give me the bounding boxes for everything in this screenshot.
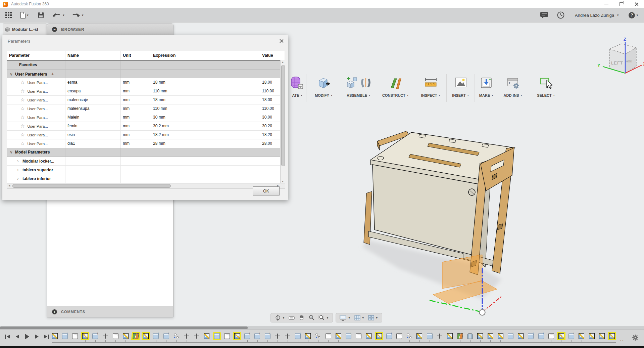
parameter-row[interactable]: ☆User Para...Maleinmm30 mm30.00 — [7, 113, 285, 122]
timeline-scrollbar-track[interactable] — [0, 326, 644, 330]
parameter-row[interactable]: ›Modular locker... — [7, 157, 285, 166]
parameter-row[interactable]: ☆User Para...maleencajemm18 mm18.00 — [7, 96, 285, 104]
timeline-sketch-feature-icon[interactable] — [82, 333, 88, 339]
timeline-sketch-feature-icon[interactable] — [477, 333, 483, 339]
timeline-sketch-feature-icon[interactable] — [579, 333, 584, 339]
timeline-sketch-feature-icon[interactable] — [488, 333, 493, 339]
pan-button[interactable] — [297, 314, 307, 321]
comments-button[interactable] — [538, 10, 551, 20]
document-tab[interactable]: Modular l...-st — [3, 24, 47, 35]
favorite-star-icon[interactable]: ☆ — [20, 115, 25, 120]
timeline-settings-button[interactable] — [632, 334, 639, 342]
parameter-expression-cell[interactable]: 110 mm — [151, 104, 260, 113]
collapse-icon[interactable] — [52, 27, 57, 32]
timeline-mirror-feature-icon[interactable] — [467, 333, 473, 339]
step-back-button[interactable] — [13, 333, 21, 341]
table-horizontal-scrollbar[interactable]: ◀ ▶ — [7, 183, 285, 188]
parameter-name-cell[interactable] — [65, 70, 121, 78]
parameter-expression-cell[interactable] — [151, 174, 260, 183]
close-button[interactable] — [629, 0, 644, 8]
display-settings-button[interactable]: ▼ — [338, 314, 352, 321]
parameter-expression-cell[interactable]: 110 mm — [151, 87, 260, 95]
dialog-close-icon[interactable] — [279, 39, 284, 43]
parameter-unit-cell[interactable]: mm — [121, 96, 151, 104]
redo-button[interactable]: ▼ — [69, 10, 86, 20]
parameter-expression-cell[interactable] — [151, 157, 260, 165]
timeline-box-feature-icon[interactable] — [72, 333, 78, 339]
parameter-row[interactable]: ☆User Para...dia1mm28 mm28.00 — [7, 139, 285, 148]
scroll-down-icon[interactable]: ▼ — [281, 180, 285, 183]
parameter-expression-cell[interactable]: 18 mm — [151, 78, 260, 87]
parameter-unit-cell[interactable]: mm — [121, 113, 151, 122]
timeline-move-feature-icon[interactable] — [275, 333, 281, 339]
timeline-component-feature-icon[interactable] — [406, 333, 412, 339]
parameter-row[interactable]: ☆User Para...esmamm18 mm18.00 — [7, 78, 285, 87]
chevron-right-icon[interactable]: › — [17, 166, 22, 174]
timeline-extrude-feature-icon[interactable] — [163, 333, 169, 339]
save-button[interactable] — [36, 10, 46, 20]
comments-bar[interactable]: COMMENTS — [47, 306, 173, 317]
timeline-component-feature-icon[interactable] — [315, 333, 321, 339]
parameter-unit-cell[interactable] — [121, 70, 151, 78]
timeline-scrollbar-thumb[interactable] — [0, 327, 248, 329]
timeline-extrude-feature-icon[interactable] — [254, 333, 260, 339]
parameter-row[interactable]: ☆User Para...esinmm18.2 mm18.20 — [7, 131, 285, 139]
orbit-button[interactable]: ▼ — [273, 314, 287, 321]
step-forward-button[interactable] — [33, 333, 41, 341]
chevron-down-icon[interactable]: ∨ — [10, 70, 15, 78]
timeline-sketch-feature-icon[interactable] — [305, 333, 311, 339]
parameter-unit-cell[interactable]: mm — [121, 78, 151, 87]
timeline-sketch-feature-icon[interactable] — [143, 333, 149, 339]
timeline-box-feature-icon[interactable] — [356, 333, 361, 339]
timeline-extrude-feature-icon[interactable] — [386, 333, 392, 339]
favorite-star-icon[interactable]: ☆ — [20, 97, 25, 102]
timeline-sketch-feature-icon[interactable] — [589, 333, 595, 339]
parameter-name-cell[interactable]: ensupa — [65, 87, 121, 95]
timeline-box-feature-icon[interactable] — [326, 333, 331, 339]
parameter-row[interactable]: ›tablero superior — [7, 166, 285, 174]
parameter-row[interactable]: ∨User Parameters+ — [7, 70, 285, 78]
parameter-unit-cell[interactable]: mm — [121, 104, 151, 113]
timeline-plane-feature-icon[interactable] — [133, 333, 139, 339]
parameter-row[interactable]: ☆User Para...ensupamm110 mm110.00 — [7, 87, 285, 96]
browser-panel-header[interactable]: BROWSER — [47, 24, 173, 35]
timeline-sketch-feature-icon[interactable] — [416, 333, 422, 339]
favorite-star-icon[interactable]: ☆ — [20, 88, 25, 94]
parameter-row[interactable]: Favorites — [7, 61, 285, 70]
zoom-button[interactable]: ± — [307, 314, 317, 321]
minimize-button[interactable] — [599, 0, 614, 8]
job-status-button[interactable] — [555, 10, 567, 20]
favorite-star-icon[interactable]: ☆ — [20, 141, 25, 146]
parameter-unit-cell[interactable] — [121, 61, 151, 69]
parameter-row[interactable]: ☆User Para...maleensupamm110 mm110.00 — [7, 104, 285, 113]
timeline-extrude-feature-icon[interactable] — [538, 333, 544, 339]
scroll-left-icon[interactable]: ◀ — [8, 183, 10, 188]
timeline-box-feature-icon[interactable] — [396, 333, 402, 339]
parameter-row[interactable]: ∨Model Parameters — [7, 148, 285, 157]
parameter-unit-cell[interactable]: mm — [121, 131, 151, 139]
parameter-expression-cell[interactable]: 18 mm — [151, 96, 260, 104]
timeline-extrude-feature-icon[interactable] — [528, 333, 534, 339]
parameter-row[interactable]: ☆User Para...feminmm30.2 mm30.20 — [7, 122, 285, 131]
timeline-move-feature-icon[interactable] — [184, 333, 189, 339]
help-menu-button[interactable]: ? ▼ — [621, 10, 641, 20]
favorite-star-icon[interactable]: ☆ — [20, 132, 25, 137]
timeline-sketch-feature-icon[interactable] — [558, 333, 564, 339]
ribbon-group-select[interactable]: SELECT — [528, 74, 564, 102]
timeline-box-feature-icon[interactable] — [548, 333, 554, 339]
grid-snap-button[interactable]: ▼ — [352, 314, 366, 321]
timeline-sketch-feature-icon[interactable] — [498, 333, 503, 339]
timeline-extrude-feature-icon[interactable] — [92, 333, 98, 339]
parameter-unit-cell[interactable] — [121, 148, 151, 157]
favorite-star-icon[interactable]: ☆ — [20, 106, 25, 111]
parameter-name-cell[interactable] — [65, 148, 121, 157]
parameter-expression-cell[interactable] — [151, 61, 260, 69]
view-cube[interactable]: LEFT FRONT Z X Y — [593, 36, 644, 81]
timeline-extrude-feature-icon[interactable] — [244, 333, 250, 339]
timeline-box-feature-icon[interactable] — [113, 333, 118, 339]
fit-button[interactable]: ▼ — [317, 314, 331, 321]
user-account-menu[interactable]: Andrea Lazo Zúñiga ▼ — [567, 10, 621, 20]
parameter-name-cell[interactable] — [65, 157, 121, 165]
parameter-name-cell[interactable]: esma — [65, 78, 121, 87]
scrollbar-thumb[interactable] — [12, 184, 171, 188]
